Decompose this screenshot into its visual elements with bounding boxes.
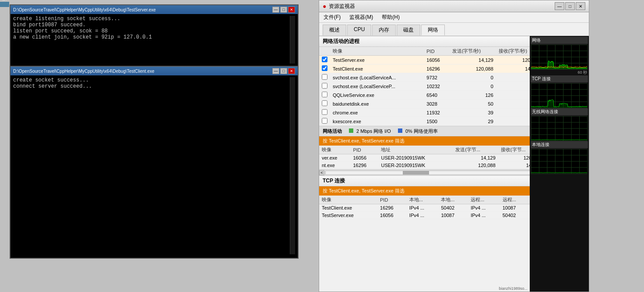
np-checkbox-7[interactable] [322,118,327,124]
tcp-rport-1: 50402 [500,212,530,219]
tcp-col-remote-port: 远程... [500,196,530,204]
tcp-rport-0: 10087 [500,204,530,212]
np-pid-2: 9732 [424,73,449,82]
tcp-mini-graph [531,83,587,108]
np-name-1: TestClient.exe [330,64,424,73]
tcp-col-remote-addr: 远程... [468,196,500,204]
np-checkbox-2[interactable] [322,74,327,80]
tcp-laddr-1: IPv4 ... [407,212,439,219]
server-minimize-btn[interactable]: — [272,7,279,13]
np-name-4: QQLiveService.exe [330,91,424,100]
np-check-6[interactable] [319,108,330,117]
rm-title-icon: ● [323,3,326,10]
tab-disk[interactable]: 磁盘 [397,25,420,36]
na-addr-1: USER-20190915WK [378,162,453,169]
wireless-graph-container: 无线网络连接 [531,108,588,141]
menu-file[interactable]: 文件(F) [322,13,342,21]
tab-overview[interactable]: 概述 [323,25,346,36]
np-name-6: chrome.exe [330,108,424,117]
server-titlebar: D:\OpenSourceTravel\CppHelper\MyCppUtili… [11,5,298,14]
tcp-title: TCP 连接 [323,177,345,185]
local-graph-label: 本地连接 [531,141,588,148]
col-check [319,47,330,56]
client-minimize-btn[interactable]: — [272,68,279,74]
np-send-2: 0 [450,73,496,82]
np-send-7: 29 [450,117,496,126]
hscroll-thumb[interactable] [403,171,429,174]
tcp-raddr-1: IPv4 ... [468,212,500,219]
np-checkbox-4[interactable] [322,92,327,97]
np-checkbox-3[interactable] [322,83,327,89]
np-pid-6: 11932 [424,108,449,117]
np-check-3[interactable] [319,82,330,91]
server-scrollbar[interactable] [290,16,295,64]
np-checkbox-0[interactable] [322,57,327,62]
network-graph-container: 网络 60 秒 [531,37,588,75]
np-check-0[interactable] [319,56,330,64]
client-maximize-btn[interactable]: □ [280,68,287,74]
client-output: create socket success... connect server … [13,77,290,254]
server-line-1: create listening socket success... [13,16,290,22]
tcp-graph-label: TCP 连接 [531,75,588,82]
client-scrollbar[interactable] [290,77,295,254]
np-check-7[interactable] [319,117,330,126]
tcp-filter-label: 按 TestClient.exe, TestServer.exe 筛选 [323,188,405,193]
rm-tabs: 概述 CPU 内存 磁盘 网络 [319,23,589,36]
np-pid-7: 1500 [424,117,449,126]
np-send-6: 39 [450,108,496,117]
usage-label: 0% 网络使用率 [405,128,438,134]
server-close-btn[interactable]: ✕ [288,7,295,13]
client-terminal-body: create socket success... connect server … [11,75,298,256]
client-close-btn[interactable]: ✕ [288,68,295,74]
np-send-5: 50 [450,100,496,108]
menu-help[interactable]: 帮助(H) [380,13,401,21]
np-check-2[interactable] [319,73,330,82]
np-check-5[interactable] [319,100,330,108]
server-line-3: listen port succeed, scok = 88 [13,28,290,34]
tab-cpu[interactable]: CPU [347,25,371,36]
client-terminal-window: D:\OpenSourceTravel\CppHelper\MyCppUtili… [10,66,299,259]
wireless-graph-canvas [531,116,588,141]
col-image: 映像 [330,47,424,56]
np-check-1[interactable] [319,64,330,73]
rm-title-text: 资源监视器 [329,3,355,10]
tcp-col-image: 映像 [319,196,377,204]
tab-memory[interactable]: 内存 [372,25,396,36]
tcp-graph-canvas [531,83,588,108]
na-usage-dot: 0% 网络使用率 [398,128,438,135]
network-mini-graph [531,44,587,70]
rm-close-btn[interactable]: ✕ [576,2,585,10]
rm-maximize-btn[interactable]: □ [565,2,575,10]
tcp-pid-1: 16056 [377,212,407,219]
local-mini-graph [531,149,587,174]
rm-titlebar: ● 资源监视器 — □ ✕ [319,0,589,12]
server-terminal-window: D:\OpenSourceTravel\CppHelper\MyCppUtili… [10,4,299,68]
wireless-mini-graph [531,116,587,141]
np-checkbox-6[interactable] [322,109,327,115]
np-pid-0: 16056 [424,56,449,64]
tab-network[interactable]: 网络 [421,25,445,36]
client-line-1: create socket success... [13,77,290,83]
na-col-image: 映像 [319,146,350,154]
menu-monitor[interactable]: 监视器(M) [348,13,375,21]
tcp-col-local-addr: 本地... [407,196,439,204]
rm-minimize-btn[interactable]: — [555,2,564,10]
np-checkbox-1[interactable] [322,65,327,71]
hscroll-left-btn[interactable]: < [319,170,324,175]
na-send-1: 120,088 [453,162,498,169]
np-pid-3: 10232 [424,82,449,91]
np-name-0: TestServer.exe [330,56,424,64]
server-maximize-btn[interactable]: □ [280,7,287,13]
source-tab[interactable]: 源 [0,2,9,7]
server-terminal-body: create listening socket success... bind … [11,14,298,65]
np-check-4[interactable] [319,91,330,100]
na-section-title: 网络活动 [323,128,342,135]
na-col-addr: 地址 [378,146,453,154]
bandwidth-label: 2 Mbps 网络 I/O [356,128,391,134]
np-pid-1: 16296 [424,64,449,73]
na-bandwidth-dot: 2 Mbps 网络 I/O [349,128,391,135]
network-processes-title: 网络活动的进程 [323,38,359,45]
na-send-0: 14,129 [453,154,498,162]
na-col-pid: PID [350,146,378,154]
np-checkbox-5[interactable] [322,100,327,106]
